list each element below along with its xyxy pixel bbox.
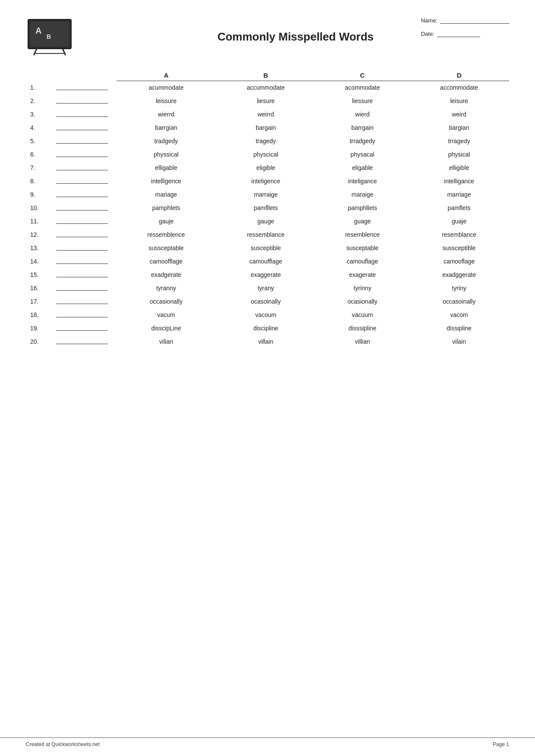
answer-cell[interactable] [52, 135, 116, 148]
cell-b: vacoum [216, 308, 316, 322]
answer-blank[interactable] [56, 258, 108, 264]
cell-a: tyranny [116, 282, 216, 295]
answer-cell[interactable] [52, 322, 116, 335]
svg-text:A: A [35, 26, 41, 35]
answer-cell[interactable] [52, 81, 116, 94]
answer-blank[interactable] [56, 338, 108, 344]
cell-a: gauje [116, 215, 216, 228]
table-row: 12.ressemblenceressemblanceresemblencere… [26, 228, 509, 242]
answer-blank[interactable] [56, 204, 108, 210]
answer-blank[interactable] [56, 325, 108, 331]
answer-cell[interactable] [52, 201, 116, 215]
cell-a: vilian [116, 335, 216, 348]
answer-cell[interactable] [52, 215, 116, 228]
answer-blank[interactable] [56, 97, 108, 104]
answer-blank[interactable] [56, 111, 108, 117]
cell-d: camooflage [409, 255, 509, 268]
cell-d: tyriny [409, 282, 509, 295]
answer-cell[interactable] [52, 188, 116, 201]
page-wrapper: Name: Date: A B Commonly Misspelled Word… [0, 0, 535, 756]
row-number: 3. [26, 108, 52, 121]
date-label: Date: [421, 31, 434, 37]
answer-cell[interactable] [52, 335, 116, 348]
cell-b: inteligence [216, 175, 316, 188]
row-number: 6. [26, 148, 52, 161]
worksheet-content: A B C D 1.acummodateaccummodateacommodat… [26, 69, 509, 348]
cell-a: leissure [116, 94, 216, 108]
cell-b: camoufflage [216, 255, 316, 268]
answer-cell[interactable] [52, 161, 116, 175]
cell-c: liessure [316, 94, 409, 108]
footer-right: Page 1 [493, 741, 509, 747]
name-label: Name: [421, 17, 437, 24]
cell-a: exadgerate [116, 268, 216, 282]
answer-blank[interactable] [56, 271, 108, 277]
cell-b: physcical [216, 148, 316, 161]
cell-c: resemblence [316, 228, 409, 242]
answer-cell[interactable] [52, 308, 116, 322]
table-row: 7.elligableeligibleeligableelligible [26, 161, 509, 175]
answer-blank[interactable] [56, 191, 108, 197]
cell-b: weirrd [216, 108, 316, 121]
row-number: 12. [26, 228, 52, 242]
table-row: 15.exadgerateexaggerateexagerateexadgger… [26, 268, 509, 282]
cell-a: occasionally [116, 295, 216, 308]
cell-b: gauge [216, 215, 316, 228]
cell-c: pamphllets [316, 201, 409, 215]
cell-b: accummodate [216, 81, 316, 94]
cell-b: liesure [216, 94, 316, 108]
answer-cell[interactable] [52, 108, 116, 121]
name-date-area: Name: Date: [421, 17, 509, 37]
answer-cell[interactable] [52, 268, 116, 282]
row-number: 11. [26, 215, 52, 228]
cell-a: sussceptable [116, 242, 216, 255]
answer-blank[interactable] [56, 151, 108, 157]
cell-d: intelligance [409, 175, 509, 188]
row-number: 8. [26, 175, 52, 188]
answer-cell[interactable] [52, 121, 116, 135]
answer-cell[interactable] [52, 242, 116, 255]
cell-b: marraige [216, 188, 316, 201]
answer-blank[interactable] [56, 285, 108, 291]
cell-c: camouflage [316, 255, 409, 268]
name-field[interactable] [440, 18, 509, 24]
table-row: 10.pamphletspamflletspamphlletspamflets [26, 201, 509, 215]
answer-blank[interactable] [56, 311, 108, 317]
answer-blank[interactable] [56, 178, 108, 184]
answer-blank[interactable] [56, 84, 108, 90]
col-a-header: A [116, 69, 216, 81]
answer-cell[interactable] [52, 228, 116, 242]
row-number: 14. [26, 255, 52, 268]
answer-blank[interactable] [56, 231, 108, 237]
answer-cell[interactable] [52, 94, 116, 108]
answer-blank[interactable] [56, 164, 108, 170]
row-number: 19. [26, 322, 52, 335]
table-row: 6.physsicalphyscicalphysacalphysical [26, 148, 509, 161]
row-number: 2. [26, 94, 52, 108]
answer-blank[interactable] [56, 218, 108, 224]
answer-blank[interactable] [56, 124, 108, 130]
answer-blank[interactable] [56, 138, 108, 144]
cell-a: tradgedy [116, 135, 216, 148]
cell-d: leisure [409, 94, 509, 108]
words-table: A B C D 1.acummodateaccummodateacommodat… [26, 69, 509, 348]
answer-cell[interactable] [52, 175, 116, 188]
cell-a: ressemblence [116, 228, 216, 242]
answer-cell[interactable] [52, 148, 116, 161]
table-row: 2.leissureliesureliessureleisure [26, 94, 509, 108]
answer-cell[interactable] [52, 295, 116, 308]
table-row: 1.acummodateaccummodateacommodateaccommo… [26, 81, 509, 94]
table-row: 4.barrgianbargainbarrgainbargian [26, 121, 509, 135]
cell-b: pamfllets [216, 201, 316, 215]
answer-cell[interactable] [52, 255, 116, 268]
answer-cell[interactable] [52, 282, 116, 295]
cell-c: acommodate [316, 81, 409, 94]
cell-c: susceptable [316, 242, 409, 255]
svg-text:B: B [47, 33, 51, 40]
answer-blank[interactable] [56, 298, 108, 304]
table-row: 5.tradgedytragedytrradgedytrragedy [26, 135, 509, 148]
cell-c: eligable [316, 161, 409, 175]
answer-blank[interactable] [56, 245, 108, 251]
date-field[interactable] [437, 31, 480, 37]
table-row: 11.gaujegaugeguageguaje [26, 215, 509, 228]
